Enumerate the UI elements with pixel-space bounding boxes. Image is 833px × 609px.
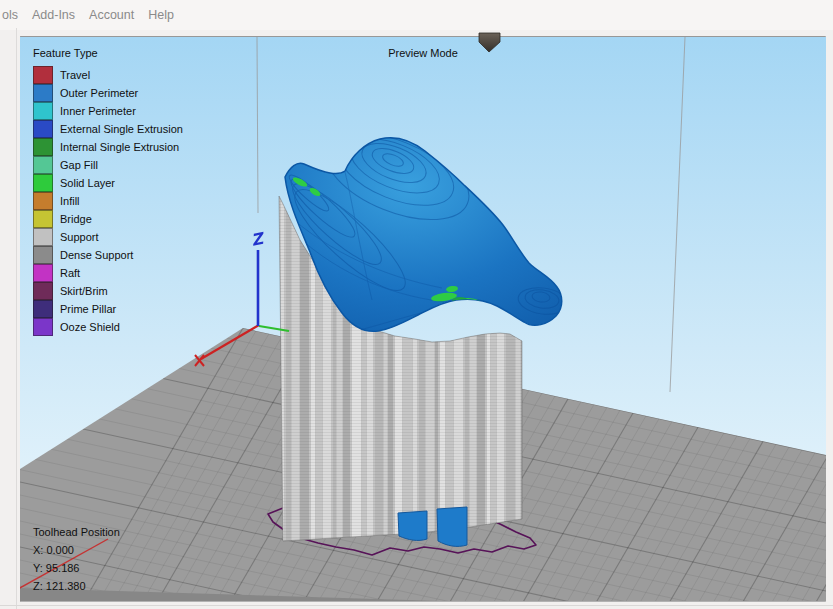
legend-swatch xyxy=(33,228,53,246)
legend-item: Internal Single Extrusion xyxy=(33,138,183,156)
legend-item: Raft xyxy=(33,264,183,282)
legend-swatch xyxy=(33,84,53,102)
legend-item: Skirt/Brim xyxy=(33,282,183,300)
legend-label: Travel xyxy=(60,69,90,81)
legend-swatch xyxy=(33,282,53,300)
legend-label: External Single Extrusion xyxy=(60,123,183,135)
legend-label: Infill xyxy=(60,195,80,207)
legend-label: Gap Fill xyxy=(60,159,98,171)
legend-label: Inner Perimeter xyxy=(60,105,136,117)
toolhead-x-value: X: 0.000 xyxy=(33,544,120,562)
toolhead-z-value: Z: 121.380 xyxy=(33,580,120,598)
legend-item: Infill xyxy=(33,192,183,210)
legend-item: External Single Extrusion xyxy=(33,120,183,138)
menu-item-add-ins[interactable]: Add-Ins xyxy=(32,8,75,22)
toolhead-position-panel: Toolhead Position X: 0.000 Y: 95.186 Z: … xyxy=(33,526,120,598)
legend-swatch xyxy=(33,66,53,84)
legend-swatch xyxy=(33,264,53,282)
legend-swatch xyxy=(33,192,53,210)
menu-item-ols[interactable]: ols xyxy=(2,8,18,22)
menu-item-account[interactable]: Account xyxy=(89,8,134,22)
legend-item: Support xyxy=(33,228,183,246)
legend-label: Ooze Shield xyxy=(60,321,120,333)
legend-swatch xyxy=(33,138,53,156)
legend-item: Ooze Shield xyxy=(33,318,183,336)
legend-item: Prime Pillar xyxy=(33,300,183,318)
legend-label: Support xyxy=(60,231,99,243)
legend-label: Dense Support xyxy=(60,249,133,261)
preview-mode-label: Preview Mode xyxy=(323,47,523,59)
menu-item-help[interactable]: Help xyxy=(148,8,174,22)
legend-item: Gap Fill xyxy=(33,156,183,174)
legend-item: Solid Layer xyxy=(33,174,183,192)
toolhead-y-value: Y: 95.186 xyxy=(33,562,120,580)
legend-item: Inner Perimeter xyxy=(33,102,183,120)
legend-item: Bridge xyxy=(33,210,183,228)
legend-swatch xyxy=(33,318,53,336)
bottom-divider xyxy=(0,605,833,606)
app-window: { "menu_bar": { "items": [ { "label": "o… xyxy=(0,0,833,609)
feature-type-legend: Feature Type TravelOuter PerimeterInner … xyxy=(33,47,183,336)
legend-label: Skirt/Brim xyxy=(60,285,108,297)
legend-label: Outer Perimeter xyxy=(60,87,138,99)
panel-divider xyxy=(16,28,17,609)
legend-swatch xyxy=(33,174,53,192)
legend-label: Prime Pillar xyxy=(60,303,116,315)
legend-swatch xyxy=(33,156,53,174)
legend-label: Raft xyxy=(60,267,80,279)
toolhead-position-title: Toolhead Position xyxy=(33,526,120,544)
legend-label: Internal Single Extrusion xyxy=(60,141,179,153)
legend-title: Feature Type xyxy=(33,47,183,59)
legend-item: Outer Perimeter xyxy=(33,84,183,102)
legend-swatch xyxy=(33,120,53,138)
legend-label: Solid Layer xyxy=(60,177,115,189)
legend-swatch xyxy=(33,300,53,318)
legend-swatch xyxy=(33,102,53,120)
legend-swatch xyxy=(33,246,53,264)
legend-swatch xyxy=(33,210,53,228)
legend-item: Travel xyxy=(33,66,183,84)
menu-bar: olsAdd-InsAccountHelp xyxy=(0,0,833,30)
legend-item: Dense Support xyxy=(33,246,183,264)
legend-label: Bridge xyxy=(60,213,92,225)
